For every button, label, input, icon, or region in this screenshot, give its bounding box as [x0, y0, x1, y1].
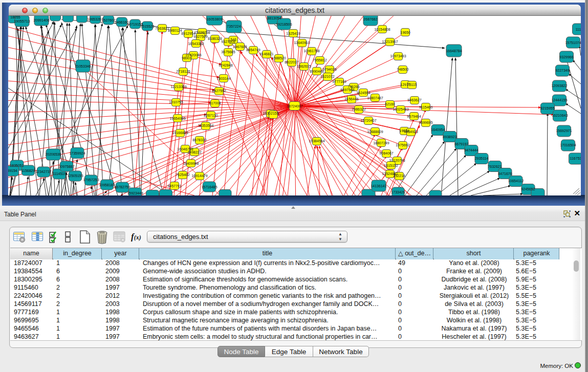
- svg-text:15720407: 15720407: [360, 119, 376, 122]
- svg-text:7986322: 7986322: [352, 107, 365, 111]
- svg-text:8854749: 8854749: [246, 48, 260, 52]
- svg-text:16210643: 16210643: [552, 114, 568, 117]
- svg-text:8186328: 8186328: [208, 37, 222, 40]
- svg-text:1562615: 1562615: [297, 64, 311, 68]
- svg-text:9457791: 9457791: [167, 184, 181, 188]
- svg-text:16648784: 16648784: [446, 49, 462, 53]
- svg-text:7632621: 7632621: [488, 165, 502, 168]
- svg-text:7955812: 7955812: [313, 58, 326, 62]
- svg-text:2687682: 2687682: [363, 17, 377, 21]
- svg-text:3624554: 3624554: [356, 91, 370, 95]
- svg-text:9777169: 9777169: [332, 80, 346, 83]
- svg-text:19055713: 19055713: [14, 19, 30, 23]
- svg-text:9463627: 9463627: [407, 98, 421, 102]
- svg-text:15923448: 15923448: [127, 191, 143, 195]
- svg-text:116753: 116753: [570, 157, 581, 160]
- svg-text:7663822: 7663822: [155, 27, 169, 30]
- svg-text:7625402: 7625402: [176, 173, 189, 177]
- svg-text:9115460: 9115460: [419, 105, 433, 109]
- svg-text:1733426: 1733426: [391, 190, 405, 194]
- svg-text:8267130: 8267130: [204, 114, 217, 117]
- svg-text:11409948: 11409948: [183, 162, 199, 165]
- svg-text:12444155: 12444155: [551, 98, 567, 102]
- svg-text:10120746: 10120746: [389, 159, 405, 162]
- svg-text:7515526: 7515526: [140, 25, 154, 28]
- svg-text:39154: 39154: [8, 169, 17, 172]
- svg-text:748500: 748500: [397, 68, 408, 71]
- svg-text:16154808: 16154808: [374, 28, 390, 31]
- svg-text:16543382: 16543382: [188, 42, 204, 46]
- svg-text:8990448: 8990448: [310, 70, 323, 73]
- svg-text:9084067: 9084067: [379, 151, 393, 155]
- svg-text:8678330: 8678330: [192, 138, 206, 142]
- svg-text:1588520: 1588520: [272, 56, 286, 60]
- svg-text:10973493: 10973493: [390, 54, 406, 58]
- svg-text:12213369: 12213369: [170, 85, 186, 89]
- svg-text:17016504: 17016504: [560, 143, 576, 147]
- svg-text:30975887: 30975887: [58, 165, 74, 168]
- svg-text:252214: 252214: [393, 174, 405, 178]
- svg-text:9245652: 9245652: [521, 187, 535, 191]
- svg-text:9474444: 9474444: [464, 148, 478, 152]
- svg-text:10654112: 10654112: [508, 179, 524, 183]
- svg-text:10961758: 10961758: [303, 49, 319, 53]
- svg-text:8427552: 8427552: [212, 89, 226, 93]
- svg-text:19654985: 19654985: [169, 117, 185, 120]
- svg-text:1640954: 1640954: [431, 128, 445, 132]
- svg-text:18055: 18055: [10, 16, 20, 19]
- svg-text:1527602: 1527602: [101, 18, 115, 22]
- svg-text:9329966: 9329966: [559, 55, 573, 59]
- svg-text:8813054: 8813054: [267, 16, 281, 20]
- svg-text:12505155: 12505155: [67, 174, 83, 178]
- svg-text:2967608: 2967608: [233, 45, 247, 49]
- svg-text:19218506: 19218506: [276, 23, 292, 26]
- svg-text:19166825: 19166825: [172, 131, 188, 135]
- svg-text:546: 546: [230, 38, 236, 41]
- svg-text:17957253: 17957253: [83, 178, 99, 182]
- svg-text:9579464: 9579464: [407, 115, 421, 118]
- svg-text:98901: 98901: [182, 56, 192, 60]
- svg-text:11353594: 11353594: [198, 124, 214, 127]
- svg-text:3498222: 3498222: [187, 150, 201, 154]
- svg-text:9464923: 9464923: [404, 130, 418, 134]
- svg-text:10688609: 10688609: [367, 130, 383, 134]
- svg-text:8322037: 8322037: [285, 60, 298, 64]
- svg-text:9242848: 9242848: [219, 63, 232, 67]
- svg-text:10653267: 10653267: [87, 17, 103, 21]
- svg-text:14136141: 14136141: [371, 184, 386, 188]
- svg-text:1114519: 1114519: [53, 172, 66, 176]
- svg-text:9146821: 9146821: [259, 52, 273, 56]
- svg-text:9794028: 9794028: [322, 68, 336, 71]
- svg-text:1975692: 1975692: [396, 143, 409, 147]
- svg-text:21053346: 21053346: [75, 64, 91, 68]
- svg-text:17359924: 17359924: [69, 151, 85, 155]
- svg-text:2718126: 2718126: [176, 70, 190, 73]
- svg-text:19650: 19650: [400, 31, 410, 34]
- svg-text:1010755: 1010755: [169, 100, 183, 104]
- svg-text:1621072: 1621072: [320, 75, 334, 78]
- svg-text:1835051: 1835051: [10, 164, 24, 167]
- svg-text:6679197: 6679197: [454, 142, 468, 146]
- svg-text:9227349: 9227349: [555, 69, 569, 72]
- svg-text:15226058: 15226058: [194, 31, 210, 34]
- svg-text:20206536: 20206536: [45, 152, 61, 156]
- svg-text:12213967: 12213967: [382, 40, 398, 43]
- svg-text:3675685: 3675685: [221, 50, 235, 54]
- svg-text:18807249: 18807249: [373, 141, 389, 145]
- svg-text:1325419: 1325419: [286, 32, 300, 35]
- svg-text:18724007: 18724007: [287, 104, 302, 108]
- svg-text:10958187: 10958187: [99, 183, 115, 187]
- svg-text:15716485: 15716485: [201, 185, 217, 189]
- svg-text:7803144: 7803144: [216, 77, 230, 80]
- svg-text:16782759: 16782759: [114, 185, 130, 189]
- svg-text:9327509: 9327509: [193, 35, 207, 38]
- svg-text:7357224: 7357224: [227, 25, 241, 28]
- svg-text:8938923: 8938923: [443, 135, 456, 139]
- svg-text:16914479: 16914479: [191, 174, 207, 178]
- svg-text:8960124: 8960124: [168, 29, 182, 32]
- svg-text:15692971: 15692971: [556, 129, 572, 133]
- svg-text:13640910: 13640910: [294, 41, 310, 45]
- svg-text:19302155: 19302155: [263, 112, 278, 115]
- svg-text:8215955: 8215955: [540, 106, 554, 110]
- svg-text:20991406: 20991406: [33, 18, 49, 22]
